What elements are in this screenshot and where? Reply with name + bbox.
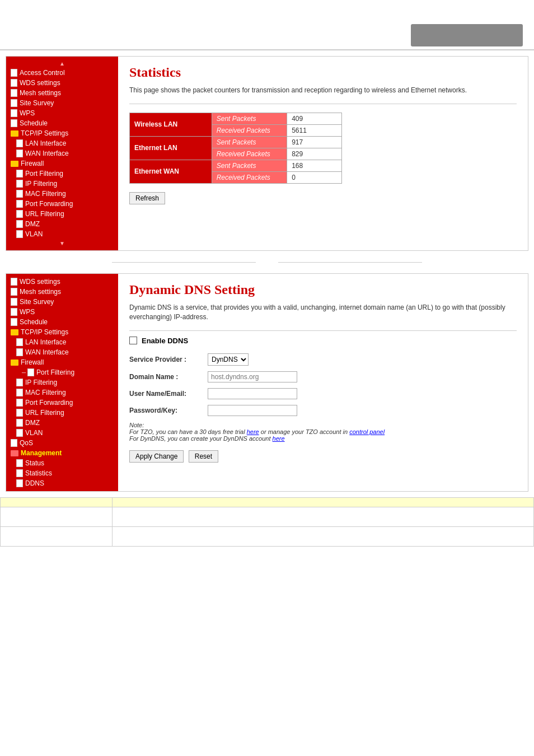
sidebar-item2-statistics[interactable]: Statistics bbox=[6, 468, 118, 478]
folder-icon bbox=[11, 360, 18, 366]
service-provider-select[interactable]: DynDNS TZO bbox=[208, 353, 249, 366]
password-label: Password/Key: bbox=[129, 407, 208, 414]
bottom-cell bbox=[1, 507, 113, 527]
sidebar-item-schedule[interactable]: Schedule bbox=[6, 118, 118, 128]
scroll-up-indicator[interactable]: ▲ bbox=[6, 59, 118, 68]
username-label: User Name/Email: bbox=[129, 390, 208, 398]
sidebar-item-url-filtering[interactable]: URL Filtering bbox=[6, 209, 118, 219]
page-icon bbox=[16, 429, 23, 437]
control-panel-link[interactable]: control panel bbox=[349, 428, 385, 435]
domain-name-input[interactable] bbox=[208, 371, 297, 382]
sidebar-item2-ddns[interactable]: DDNS bbox=[6, 478, 118, 488]
sidebar-item2-mac-filtering[interactable]: MAC Filtering bbox=[6, 388, 118, 398]
page-title-statistics: Statistics bbox=[129, 65, 517, 80]
section-wireless-lan: Wireless LAN bbox=[130, 113, 212, 136]
scroll-down-indicator[interactable]: ▼ bbox=[6, 239, 118, 248]
sidebar-item-port-forwarding[interactable]: Port Forwarding bbox=[6, 199, 118, 209]
refresh-button[interactable]: Refresh bbox=[129, 192, 165, 204]
sidebar-item-wan-interface[interactable]: WAN Interface bbox=[6, 148, 118, 158]
sidebar-item2-url-filtering[interactable]: URL Filtering bbox=[6, 408, 118, 418]
sidebar-item2-vlan[interactable]: VLAN bbox=[6, 428, 118, 438]
sidebar-item-firewall[interactable]: Firewall bbox=[6, 158, 118, 169]
sidebar-item2-wps[interactable]: WPS bbox=[6, 307, 118, 317]
domain-name-label: Domain Name : bbox=[129, 373, 208, 381]
note-line1: For TZO, you can have a 30 days free tri… bbox=[129, 428, 517, 435]
sidebar-item-tcpip[interactable]: TCP/IP Settings bbox=[6, 128, 118, 138]
service-provider-row: Service Provider : DynDNS TZO bbox=[129, 353, 517, 366]
separator-line2 bbox=[278, 262, 422, 263]
folder-icon bbox=[11, 130, 18, 137]
sidebar-item2-schedule[interactable]: Schedule bbox=[6, 317, 118, 327]
reset-button[interactable]: Reset bbox=[189, 450, 218, 463]
table-row bbox=[1, 507, 534, 527]
dyndns-here-link[interactable]: here bbox=[273, 435, 285, 442]
sidebar-item2-tcpip[interactable]: TCP/IP Settings bbox=[6, 327, 118, 337]
page-icon bbox=[16, 419, 23, 427]
page-icon bbox=[11, 99, 17, 107]
page-icon bbox=[27, 368, 34, 376]
page-description-statistics: This page shows the packet counters for … bbox=[129, 86, 517, 95]
sidebar-item-site-survey[interactable]: Site Survey bbox=[6, 98, 118, 108]
page-icon bbox=[16, 170, 23, 178]
sidebar-item2-status[interactable]: Status bbox=[6, 458, 118, 468]
page-icon bbox=[16, 479, 23, 487]
table-row bbox=[1, 527, 534, 547]
enable-ddns-label: Enable DDNS bbox=[142, 337, 188, 345]
sidebar-item2-dmz[interactable]: DMZ bbox=[6, 418, 118, 428]
sidebar-item-access-control[interactable]: Access Control bbox=[6, 68, 118, 78]
divider2 bbox=[129, 330, 517, 331]
label-sent-packets: Sent Packets bbox=[212, 160, 287, 171]
sidebar-item-port-filtering[interactable]: Port Filtering bbox=[6, 169, 118, 179]
page-icon bbox=[16, 348, 23, 356]
label-sent-packets: Sent Packets bbox=[212, 136, 287, 148]
sidebar-item2-management[interactable]: Management bbox=[6, 448, 118, 458]
page-icon bbox=[11, 278, 17, 286]
note-label: Note: bbox=[129, 422, 517, 428]
sidebar-item-vlan[interactable]: VLAN bbox=[6, 229, 118, 239]
page-icon bbox=[16, 379, 23, 386]
apply-change-button[interactable]: Apply Change bbox=[129, 450, 184, 463]
folder-icon bbox=[11, 329, 18, 335]
sidebar-item-lan-interface[interactable]: LAN Interface bbox=[6, 138, 118, 148]
sidebar-item2-port-filtering-expanded[interactable]: ─ Port Filtering bbox=[6, 367, 118, 377]
sidebar-item-ip-filtering[interactable]: IP Filtering bbox=[6, 179, 118, 189]
sidebar-item-mac-filtering[interactable]: MAC Filtering bbox=[6, 189, 118, 199]
sidebar-item2-site-survey[interactable]: Site Survey bbox=[6, 297, 118, 307]
sidebar-item2-qos[interactable]: QoS bbox=[6, 438, 118, 448]
page-icon bbox=[16, 230, 23, 238]
password-input[interactable] bbox=[208, 405, 297, 416]
tzo-here-link[interactable]: here bbox=[247, 428, 259, 435]
enable-ddns-checkbox[interactable] bbox=[129, 337, 137, 344]
sidebar-item2-ip-filtering[interactable]: IP Filtering bbox=[6, 377, 118, 388]
sidebar-item2-wan-interface[interactable]: WAN Interface bbox=[6, 347, 118, 357]
sidebar-item-wds-settings[interactable]: WDS settings bbox=[6, 78, 118, 88]
ddns-panel: WDS settings Mesh settings Site Survey W… bbox=[6, 273, 528, 492]
value-ethwan-sent: 168 bbox=[287, 160, 342, 171]
page-icon bbox=[16, 139, 23, 147]
bottom-cell bbox=[1, 498, 113, 507]
sidebar-item-dmz[interactable]: DMZ bbox=[6, 219, 118, 229]
note-section: Note: For TZO, you can have a 30 days fr… bbox=[129, 422, 517, 442]
sidebar-item2-lan-interface[interactable]: LAN Interface bbox=[6, 337, 118, 347]
sidebar-item-mesh-settings[interactable]: Mesh settings bbox=[6, 88, 118, 98]
sidebar-item2-mesh-settings[interactable]: Mesh settings bbox=[6, 287, 118, 297]
sidebar-panel2: WDS settings Mesh settings Site Survey W… bbox=[6, 274, 118, 491]
page-icon bbox=[11, 89, 17, 97]
statistics-main: Statistics This page shows the packet co… bbox=[118, 57, 528, 250]
sidebar-item2-firewall[interactable]: Firewall bbox=[6, 357, 118, 367]
sidebar-item2-wds-settings[interactable]: WDS settings bbox=[6, 277, 118, 287]
value-ethwan-received: 0 bbox=[287, 171, 342, 183]
value-wireless-sent: 409 bbox=[287, 113, 342, 124]
page-icon bbox=[16, 220, 23, 228]
label-received-packets: Received Packets bbox=[212, 124, 287, 136]
page-icon bbox=[16, 399, 23, 407]
page-icon bbox=[16, 150, 23, 157]
sidebar-item2-port-forwarding[interactable]: Port Forwarding bbox=[6, 398, 118, 408]
username-input[interactable] bbox=[208, 388, 297, 399]
statistics-panel: ▲ Access Control WDS settings Mesh setti… bbox=[6, 56, 528, 251]
header-logo bbox=[411, 24, 523, 46]
sidebar-item-wps[interactable]: WPS bbox=[6, 108, 118, 118]
top-header bbox=[0, 0, 534, 50]
page-icon bbox=[16, 459, 23, 467]
value-wireless-received: 5611 bbox=[287, 124, 342, 136]
